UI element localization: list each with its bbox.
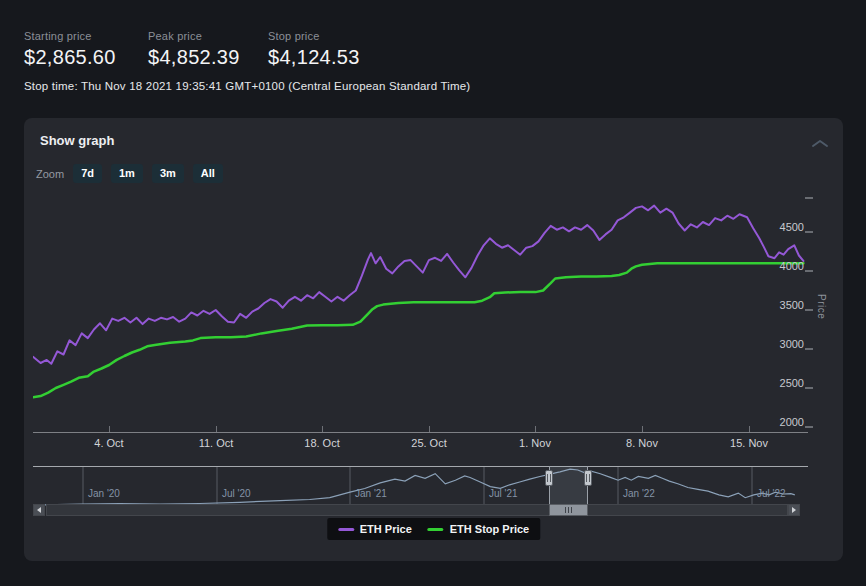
y-axis-tick <box>805 231 813 233</box>
navigator-date-label: Jan '21 <box>355 488 387 499</box>
stat-value: $4,852.39 <box>148 46 240 69</box>
legend-dash-icon <box>428 528 444 531</box>
x-tick-label: 4. Oct <box>94 437 123 449</box>
navigator-date-label: Jan '20 <box>88 488 120 499</box>
chevron-up-icon <box>811 139 829 148</box>
x-axis-tick <box>322 426 323 432</box>
y-tick-label: 2500 <box>758 377 804 389</box>
legend-item-eth-stop-price[interactable]: ETH Stop Price <box>428 523 529 535</box>
stat-label: Stop price <box>268 30 360 42</box>
y-axis-title: Price <box>816 294 827 319</box>
scrollbar-left-button[interactable] <box>33 504 45 516</box>
zoom-button-3m[interactable]: 3m <box>152 164 184 183</box>
navigator-window[interactable] <box>549 466 588 506</box>
arrow-left-icon <box>37 507 41 513</box>
x-axis-tick <box>109 426 110 432</box>
collapse-panel-button[interactable] <box>809 136 831 150</box>
legend-item-label: ETH Stop Price <box>450 523 529 535</box>
x-tick-label: 15. Nov <box>730 437 768 449</box>
eth-stop-price-line <box>33 263 803 397</box>
chart-legend: ETH PriceETH Stop Price <box>327 518 540 540</box>
navigator-date-label: Jul '20 <box>222 488 251 499</box>
navigator-chart[interactable] <box>33 466 808 506</box>
stat-label: Peak price <box>148 30 240 42</box>
zoom-button-all[interactable]: All <box>193 164 223 183</box>
y-axis-tick <box>805 270 813 272</box>
zoom-label: Zoom <box>36 168 64 180</box>
scrollbar-track[interactable] <box>46 504 788 516</box>
stat-value: $2,865.60 <box>24 46 116 69</box>
x-axis-line <box>33 432 808 433</box>
y-tick-label: 4500 <box>758 221 804 233</box>
x-tick-label: 8. Nov <box>626 437 658 449</box>
y-tick-label: 3500 <box>758 299 804 311</box>
navigator-series-line <box>33 469 795 505</box>
eth-stop-price-screen: Starting price $2,865.60 Peak price $4,8… <box>0 0 866 586</box>
x-tick-label: 11. Oct <box>199 437 234 449</box>
x-tick-label: 18. Oct <box>304 437 339 449</box>
graph-card: Show graph Zoom 7d 1m 3m All 4. Oct11. O… <box>24 118 843 561</box>
arrow-right-icon <box>792 507 796 513</box>
x-axis-tick <box>749 426 750 432</box>
scrollbar-right-button[interactable] <box>788 504 800 516</box>
x-axis-tick <box>642 426 643 432</box>
stat-value: $4,124.53 <box>268 46 360 69</box>
y-axis-tick <box>805 348 813 350</box>
scrollbar-thumb[interactable] <box>549 504 588 516</box>
stat-stop-price: Stop price $4,124.53 <box>268 30 360 69</box>
panel-title: Show graph <box>40 133 114 148</box>
stat-starting-price: Starting price $2,865.60 <box>24 30 116 69</box>
y-tick-label: 3000 <box>758 338 804 350</box>
x-axis-tick <box>216 426 217 432</box>
navigator-right-handle[interactable] <box>584 470 592 486</box>
y-axis-tick <box>805 426 813 428</box>
navigator-left-handle[interactable] <box>545 470 553 486</box>
x-tick-label: 1. Nov <box>519 437 551 449</box>
stat-label: Starting price <box>24 30 116 42</box>
y-axis-tick <box>805 387 813 389</box>
navigator-date-label: Jan '22 <box>623 488 655 499</box>
x-tick-label: 25. Oct <box>411 437 446 449</box>
y-axis-tick <box>805 197 813 199</box>
x-axis-tick <box>429 426 430 432</box>
zoom-button-7d[interactable]: 7d <box>73 164 102 183</box>
stat-peak-price: Peak price $4,852.39 <box>148 30 240 69</box>
stop-time-text: Stop time: Thu Nov 18 2021 19:35:41 GMT+… <box>24 80 470 92</box>
x-axis-tick <box>535 426 536 432</box>
legend-item-eth-price[interactable]: ETH Price <box>338 523 412 535</box>
y-tick-label: 2000 <box>758 416 804 428</box>
zoom-button-1m[interactable]: 1m <box>111 164 143 183</box>
zoom-range-toolbar: Zoom 7d 1m 3m All <box>36 164 223 183</box>
y-tick-label: 4000 <box>758 260 804 272</box>
navigator-date-label: Jul '21 <box>489 488 518 499</box>
legend-dash-icon <box>338 528 354 531</box>
y-axis-tick <box>805 309 813 311</box>
navigator-date-label: Jul '22 <box>757 488 786 499</box>
eth-price-line <box>33 206 803 364</box>
legend-item-label: ETH Price <box>360 523 412 535</box>
price-chart <box>33 190 808 432</box>
